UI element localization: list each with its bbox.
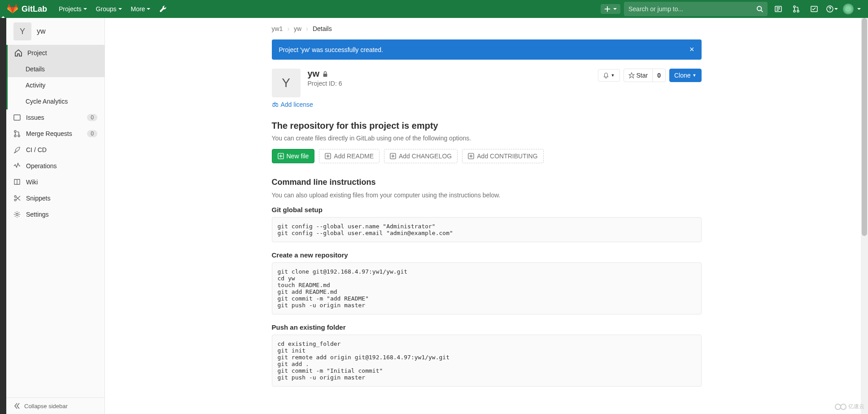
search-icon	[756, 5, 763, 13]
create-repo-code[interactable]: git clone git@192.168.4.97:yw1/yw.git cd…	[272, 262, 702, 314]
sidebar-item-wiki[interactable]: Wiki	[6, 174, 105, 190]
empty-repo-title: The repository for this project is empty	[272, 121, 702, 131]
gear-icon	[13, 211, 21, 218]
star-button[interactable]: Star	[624, 69, 653, 82]
new-file-label: New file	[287, 153, 309, 160]
svg-point-10	[14, 135, 16, 137]
issues-icon-btn[interactable]	[771, 2, 785, 16]
sidebar-item-label: Operations	[26, 162, 57, 170]
watermark: 亿速云	[835, 403, 864, 410]
svg-point-2	[794, 6, 795, 8]
watermark-text: 亿速云	[848, 403, 864, 410]
plus-square-icon	[278, 153, 284, 159]
project-header: Y yw Project ID: 6 ▼	[272, 69, 702, 97]
svg-rect-8	[14, 115, 20, 120]
sidebar-item-settings[interactable]: Settings	[6, 206, 105, 222]
sidebar-item-cycle-analytics[interactable]: Cycle Analytics	[8, 93, 105, 109]
chevron-down-icon	[83, 8, 87, 10]
plus-square-icon	[468, 153, 474, 159]
star-label: Star	[637, 72, 648, 79]
add-contributing-button[interactable]: Add CONTRIBUTING	[462, 149, 543, 163]
nav-projects-label: Projects	[59, 5, 82, 13]
sidebar-item-label: Wiki	[26, 179, 38, 186]
sidebar-item-snippets[interactable]: Snippets	[6, 190, 105, 206]
sidebar-item-cicd[interactable]: CI / CD	[6, 142, 105, 158]
help-icon-btn[interactable]	[825, 2, 839, 16]
plus-square-icon	[390, 153, 396, 159]
chevron-down-icon	[147, 8, 150, 10]
nav-admin-wrench[interactable]	[155, 0, 171, 18]
empty-repo-subtitle: You can create files directly in GitLab …	[272, 135, 702, 142]
nav-groups[interactable]: Groups	[92, 0, 126, 18]
git-setup-code[interactable]: git config --global user.name "Administr…	[272, 217, 702, 242]
star-count[interactable]: 0	[653, 69, 666, 82]
breadcrumb: yw1 › yw › Details	[272, 25, 702, 32]
gitlab-logo-icon[interactable]	[7, 3, 22, 15]
nav-groups-label: Groups	[96, 5, 117, 13]
sidebar-item-label: CI / CD	[26, 146, 47, 153]
notifications-dropdown[interactable]: ▼	[598, 69, 620, 82]
git-setup-title: Git global setup	[272, 206, 702, 214]
sidebar-project-header[interactable]: Y yw	[6, 18, 105, 45]
file-buttons-row: New file Add README Add CHANGELOG Add CO…	[272, 149, 702, 163]
brand-name[interactable]: GitLab	[22, 4, 47, 14]
bell-icon	[603, 72, 609, 78]
sidebar-item-details[interactable]: Details	[8, 61, 105, 77]
chevron-down-icon: ▼	[693, 73, 697, 78]
sidebar-item-merge-requests[interactable]: Merge Requests 0	[6, 126, 105, 142]
clone-dropdown[interactable]: Clone ▼	[669, 69, 702, 82]
new-file-button[interactable]: New file	[272, 149, 315, 163]
add-readme-button[interactable]: Add README	[319, 149, 379, 163]
cli-instructions-title: Command line instructions	[272, 178, 702, 187]
new-menu-button[interactable]	[601, 4, 620, 14]
merge-requests-icon-btn[interactable]	[789, 2, 803, 16]
sidebar-item-operations[interactable]: Operations	[6, 158, 105, 174]
svg-point-9	[14, 131, 16, 132]
book-icon	[13, 179, 21, 186]
collapse-sidebar-button[interactable]: Collapse sidebar	[6, 397, 105, 414]
project-avatar-large: Y	[272, 69, 301, 97]
chevron-down-icon: ▼	[611, 73, 615, 78]
window-frame-sliver	[0, 18, 6, 414]
lock-icon	[322, 71, 328, 77]
success-alert: Project 'yw' was successfully created. ×	[272, 39, 702, 60]
scrollbar-thumb[interactable]	[862, 18, 867, 236]
sidebar-item-label: Details	[26, 65, 45, 73]
project-title: yw	[308, 69, 342, 79]
close-icon[interactable]: ×	[689, 45, 694, 54]
collapse-sidebar-label: Collapse sidebar	[24, 403, 68, 410]
svg-rect-15	[323, 74, 327, 77]
svg-point-11	[18, 135, 20, 137]
sidebar-item-activity[interactable]: Activity	[8, 77, 105, 93]
breadcrumb-separator: ›	[287, 25, 289, 32]
chevron-left-double-icon	[13, 402, 21, 410]
user-menu[interactable]	[843, 2, 861, 16]
project-actions: ▼ Star 0 Clone ▼	[598, 69, 702, 82]
avatar-icon	[843, 4, 854, 14]
push-folder-code[interactable]: cd existing_folder git init git remote a…	[272, 335, 702, 387]
project-id-label: Project ID: 6	[308, 80, 342, 87]
search-input[interactable]	[628, 5, 756, 13]
nav-more-label: More	[131, 5, 145, 13]
sidebar-item-label: Project	[27, 49, 47, 57]
clone-label: Clone	[674, 72, 691, 79]
project-avatar-small: Y	[13, 22, 31, 40]
breadcrumb-link[interactable]: yw	[294, 25, 301, 32]
search-box[interactable]	[624, 2, 768, 16]
add-license-link[interactable]: Add license	[272, 101, 702, 108]
sidebar-item-label: Settings	[26, 211, 49, 218]
sidebar-item-issues[interactable]: Issues 0	[6, 109, 105, 126]
plus-square-icon	[325, 153, 331, 159]
sidebar-project-name: yw	[37, 27, 46, 35]
star-icon	[628, 72, 635, 78]
sidebar-item-project[interactable]: Project	[8, 45, 105, 61]
todos-icon-btn[interactable]	[807, 2, 821, 16]
chevron-down-icon	[834, 8, 838, 10]
scrollbar-track[interactable]	[861, 18, 868, 414]
svg-point-12	[14, 196, 16, 197]
add-changelog-button[interactable]: Add CHANGELOG	[384, 149, 458, 163]
breadcrumb-link[interactable]: yw1	[272, 25, 283, 32]
breadcrumb-current: Details	[313, 25, 332, 32]
nav-more[interactable]: More	[126, 0, 155, 18]
nav-projects[interactable]: Projects	[54, 0, 92, 18]
